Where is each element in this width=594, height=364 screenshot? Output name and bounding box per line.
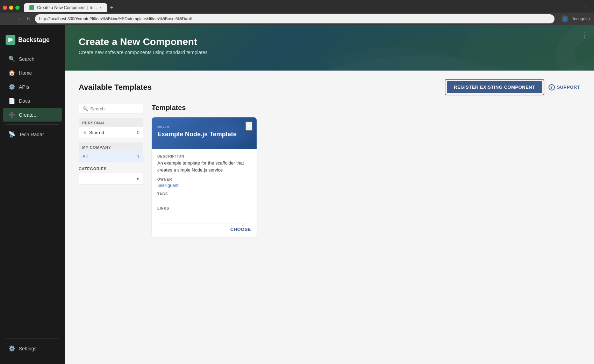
tab-title: Create a New Component | Te... xyxy=(37,5,97,10)
my-company-section-title: MY COMPANY xyxy=(79,143,143,151)
sidebar-item-apis[interactable]: ⚙️ APIs xyxy=(3,80,62,94)
sidebar-logo: Backstage xyxy=(0,31,65,52)
sidebar-divider xyxy=(6,124,59,125)
all-count: 1 xyxy=(137,154,139,159)
template-owner[interactable]: user:guest xyxy=(157,183,251,188)
incognito-icon: 👤 xyxy=(561,15,568,22)
sidebar-item-tech-radar-label: Tech Radar xyxy=(19,132,44,137)
tab-close-icon[interactable]: × xyxy=(100,6,102,10)
tags-label: TAGS xyxy=(157,192,251,196)
profile-button[interactable]: 👤 xyxy=(560,14,570,24)
filter-search-box[interactable]: 🔍 ✕ xyxy=(79,104,143,114)
svg-point-1 xyxy=(462,25,594,71)
close-window-btn[interactable] xyxy=(3,6,7,10)
apis-icon: ⚙️ xyxy=(8,83,15,90)
support-button[interactable]: ? SUPPORT xyxy=(549,84,580,90)
template-tags xyxy=(157,197,251,204)
starred-count: 0 xyxy=(137,130,139,135)
support-label: SUPPORT xyxy=(557,85,580,90)
content-area: Available Templates REGISTER EXISTING CO… xyxy=(65,71,594,364)
template-links xyxy=(157,212,251,218)
sidebar-item-settings[interactable]: ⚙️ Settings xyxy=(3,342,62,355)
all-filter-item-left: All xyxy=(83,154,87,159)
forward-button[interactable]: → xyxy=(15,15,22,23)
address-bar[interactable]: http://localhost:3000/create?filters%5Bk… xyxy=(35,14,554,23)
categories-select-wrapper: ▼ xyxy=(79,173,143,184)
choose-button[interactable]: CHOOSE xyxy=(230,227,251,232)
settings-icon: ⚙️ xyxy=(8,345,15,352)
categories-title: CATEGORIES xyxy=(79,167,143,171)
sidebar-item-home-label: Home xyxy=(19,70,32,76)
minimize-window-btn[interactable] xyxy=(9,6,13,10)
browser-chrome: Create a New Component | Te... × + ⋮ ← →… xyxy=(0,0,594,25)
starred-label: Starred xyxy=(89,130,104,135)
template-star-button[interactable]: ★ xyxy=(245,122,252,131)
template-card-header: service Example Node.js Template ★ xyxy=(152,117,257,149)
window-controls: ⋮ xyxy=(584,5,591,10)
template-card-body: DESCRIPTION An example template for the … xyxy=(152,149,257,238)
filter-search-input[interactable] xyxy=(90,106,149,111)
categories-select[interactable] xyxy=(79,173,143,184)
template-card: service Example Node.js Template ★ DESCR… xyxy=(152,117,257,238)
incognito-label: Incognito xyxy=(573,16,590,21)
starred-filter-item-left: ★ Starred xyxy=(83,130,104,135)
available-templates-title: Available Templates xyxy=(79,83,152,92)
sidebar-item-search-label: Search xyxy=(19,56,34,62)
address-text: http://localhost:3000/create?filters%5Bk… xyxy=(39,16,192,21)
star-icon: ★ xyxy=(83,130,87,135)
description-label: DESCRIPTION xyxy=(157,154,251,158)
page-subtitle: Create new software components using sta… xyxy=(79,50,580,55)
sidebar-item-settings-label: Settings xyxy=(19,346,37,351)
home-icon: 🏠 xyxy=(8,70,15,76)
template-name: Example Node.js Template xyxy=(157,131,251,138)
links-label: LINKS xyxy=(157,206,251,210)
tech-radar-icon: 📡 xyxy=(8,131,15,138)
templates-area: Templates service Example Node.js Templa… xyxy=(152,104,580,238)
sidebar-item-tech-radar[interactable]: 📡 Tech Radar xyxy=(3,128,62,141)
templates-section-title: Templates xyxy=(152,104,580,112)
header-menu-button[interactable]: ⋮ xyxy=(581,31,588,39)
sidebar: Backstage 🔍 Search 🏠 Home ⚙️ APIs 📄 Docs… xyxy=(0,25,65,364)
all-label: All xyxy=(83,154,87,159)
template-footer: CHOOSE xyxy=(157,224,251,232)
sidebar-logo-text: Backstage xyxy=(18,36,50,44)
reload-button[interactable]: ↻ xyxy=(25,15,32,23)
register-existing-component-button[interactable]: REGISTER EXISTING COMPONENT xyxy=(447,81,542,93)
categories-section: CATEGORIES ▼ xyxy=(79,167,143,184)
maximize-window-btn[interactable] xyxy=(15,6,20,10)
create-icon: ➕ xyxy=(8,111,15,118)
page-header: Create a New Component Create new softwa… xyxy=(65,25,594,71)
filter-panel: 🔍 ✕ PERSONAL ★ Starred 0 xyxy=(79,104,143,238)
sidebar-item-create[interactable]: ➕ Create... xyxy=(3,108,62,122)
tab-favicon xyxy=(29,5,34,10)
register-btn-wrapper: REGISTER EXISTING COMPONENT xyxy=(445,79,544,95)
content-header: Available Templates REGISTER EXISTING CO… xyxy=(79,79,580,95)
owner-label: OWNER xyxy=(157,177,251,181)
docs-icon: 📄 xyxy=(8,97,15,104)
app: Backstage 🔍 Search 🏠 Home ⚙️ APIs 📄 Docs… xyxy=(0,25,594,364)
new-tab-button[interactable]: + xyxy=(107,3,116,12)
personal-filter-section: PERSONAL ★ Starred 0 xyxy=(79,118,143,138)
template-type: service xyxy=(157,124,251,129)
two-column-layout: 🔍 ✕ PERSONAL ★ Starred 0 xyxy=(79,104,580,238)
header-actions: REGISTER EXISTING COMPONENT ? SUPPORT xyxy=(445,79,580,95)
sidebar-item-docs-label: Docs xyxy=(19,98,30,104)
all-filter-item[interactable]: All 1 xyxy=(79,151,143,162)
page-title: Create a New Component xyxy=(79,36,580,48)
personal-section-title: PERSONAL xyxy=(79,118,143,126)
sidebar-nav: 🔍 Search 🏠 Home ⚙️ APIs 📄 Docs ➕ Create.… xyxy=(0,52,65,336)
sidebar-item-docs[interactable]: 📄 Docs xyxy=(3,94,62,108)
sidebar-bottom-divider xyxy=(6,338,59,339)
sidebar-bottom: ⚙️ Settings xyxy=(0,336,65,358)
my-company-filter-section: MY COMPANY All 1 xyxy=(79,143,143,162)
template-description: An example template for the scaffolder t… xyxy=(157,160,251,173)
back-button[interactable]: ← xyxy=(4,15,12,23)
main-content: Create a New Component Create new softwa… xyxy=(65,25,594,364)
sidebar-item-home[interactable]: 🏠 Home xyxy=(3,66,62,80)
sidebar-item-apis-label: APIs xyxy=(19,84,29,90)
active-tab[interactable]: Create a New Component | Te... × xyxy=(24,3,107,12)
starred-filter-item[interactable]: ★ Starred 0 xyxy=(79,126,143,138)
search-icon: 🔍 xyxy=(8,56,15,62)
sidebar-item-search[interactable]: 🔍 Search xyxy=(3,52,62,66)
support-icon: ? xyxy=(549,84,555,90)
